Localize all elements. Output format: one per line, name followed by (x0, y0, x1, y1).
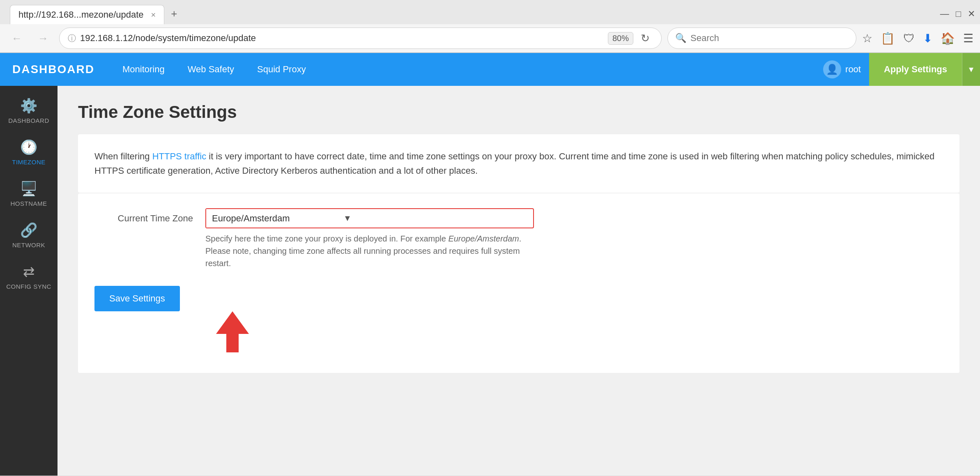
home-icon[interactable]: 🏠 (941, 32, 955, 45)
apply-settings-btn[interactable]: Apply Settings (869, 53, 962, 86)
form-section: Current Time Zone Europe/Amsterdam Ameri… (78, 193, 959, 373)
timezone-label: Current Time Zone (94, 208, 193, 224)
forward-btn[interactable]: → (33, 28, 53, 48)
hostname-icon: 🖥️ (20, 180, 37, 197)
info-icon: ⓘ (68, 33, 76, 44)
apply-settings-dropdown-btn[interactable]: ▾ (962, 53, 980, 86)
sidebar-label-dashboard: DASHBOARD (8, 117, 49, 124)
field-hint: Specify here the time zone your proxy is… (205, 232, 534, 269)
description-text: When filtering HTTPS traffic it is very … (94, 149, 943, 178)
config-sync-icon: ⇄ (23, 263, 35, 280)
download-icon[interactable]: ⬇ (923, 32, 932, 45)
address-input[interactable] (80, 33, 604, 44)
address-bar[interactable]: ⓘ 80% ↻ (59, 28, 662, 49)
toolbar-icons: ☆ 📋 🛡 ⬇ 🏠 ☰ (862, 32, 973, 45)
dashboard-logo[interactable]: DASHBOARD (12, 63, 94, 76)
nav-monitoring[interactable]: Monitoring (111, 53, 176, 86)
sidebar-label-config-sync: CONFIG SYNC (6, 283, 51, 290)
sidebar: ⚙️ DASHBOARD 🕐 TIMEZONE 🖥️ HOSTNAME 🔗 NE… (0, 86, 58, 476)
new-tab-btn[interactable]: + (164, 3, 184, 24)
search-bar[interactable]: 🔍 (667, 28, 856, 49)
select-arrow-icon: ▼ (338, 209, 357, 227)
sidebar-item-dashboard[interactable]: ⚙️ DASHBOARD (0, 90, 58, 131)
browser-toolbar: ← → ⓘ 80% ↻ 🔍 ☆ 📋 🛡 ⬇ 🏠 ☰ (0, 24, 980, 53)
sidebar-item-network[interactable]: 🔗 NETWORK (0, 214, 58, 256)
nav-squid-proxy[interactable]: Squid Proxy (246, 53, 317, 86)
sidebar-label-hostname: HOSTNAME (10, 200, 47, 207)
search-icon: 🔍 (675, 33, 686, 44)
bookmarks-icon[interactable]: ☆ (862, 32, 872, 45)
browser-chrome: http://192.168...mezone/update × + — □ ✕… (0, 0, 980, 53)
search-input[interactable] (690, 33, 849, 44)
content-area: Time Zone Settings When filtering HTTPS … (58, 86, 980, 476)
save-settings-btn[interactable]: Save Settings (94, 286, 180, 311)
timezone-select-wrapper: Europe/Amsterdam America/New_York UTC As… (205, 208, 534, 228)
shield-icon[interactable]: 🛡 (903, 32, 915, 45)
tab-url: http://192.168...mezone/update (18, 9, 144, 20)
sidebar-item-config-sync[interactable]: ⇄ CONFIG SYNC (0, 256, 58, 297)
svg-marker-0 (216, 311, 249, 352)
username: root (845, 64, 861, 75)
zoom-level: 80% (608, 32, 633, 45)
sidebar-item-timezone[interactable]: 🕐 TIMEZONE (0, 131, 58, 173)
user-avatar: 👤 (823, 60, 841, 78)
sidebar-label-timezone: TIMEZONE (12, 159, 46, 166)
network-icon: 🔗 (20, 222, 37, 238)
header-right: 👤 root Apply Settings ▾ (815, 53, 980, 86)
tab-bar: http://192.168...mezone/update × + (5, 3, 189, 24)
nav-web-safety[interactable]: Web Safety (176, 53, 246, 86)
red-arrow-svg (208, 307, 257, 356)
form-row-timezone: Current Time Zone Europe/Amsterdam Ameri… (94, 208, 943, 269)
timezone-select[interactable]: Europe/Amsterdam America/New_York UTC As… (206, 209, 338, 228)
reload-btn[interactable]: ↻ (637, 30, 653, 46)
reading-list-icon[interactable]: 📋 (881, 32, 895, 45)
window-controls: — □ ✕ (940, 9, 975, 18)
form-field-timezone: Europe/Amsterdam America/New_York UTC As… (205, 208, 534, 269)
browser-tab[interactable]: http://192.168...mezone/update × (10, 5, 164, 24)
info-card: When filtering HTTPS traffic it is very … (78, 134, 959, 193)
maximize-btn[interactable]: □ (956, 9, 961, 18)
arrow-annotation (94, 307, 943, 356)
tab-close-btn[interactable]: × (151, 10, 156, 20)
titlebar: http://192.168...mezone/update × + — □ ✕ (0, 0, 980, 24)
user-info: 👤 root (815, 60, 869, 78)
sidebar-label-network: NETWORK (12, 241, 45, 248)
minimize-btn[interactable]: — (940, 9, 949, 18)
page-title: Time Zone Settings (78, 102, 959, 122)
main-layout: ⚙️ DASHBOARD 🕐 TIMEZONE 🖥️ HOSTNAME 🔗 NE… (0, 86, 980, 476)
close-window-btn[interactable]: ✕ (968, 9, 975, 18)
menu-icon[interactable]: ☰ (963, 32, 973, 45)
timezone-icon: 🕐 (20, 139, 37, 155)
back-btn[interactable]: ← (7, 28, 27, 48)
dashboard-icon: ⚙️ (20, 97, 37, 114)
app-header: DASHBOARD Monitoring Web Safety Squid Pr… (0, 53, 980, 86)
https-link: HTTPS traffic (152, 151, 207, 161)
sidebar-item-hostname[interactable]: 🖥️ HOSTNAME (0, 173, 58, 214)
main-nav: Monitoring Web Safety Squid Proxy (111, 53, 317, 86)
